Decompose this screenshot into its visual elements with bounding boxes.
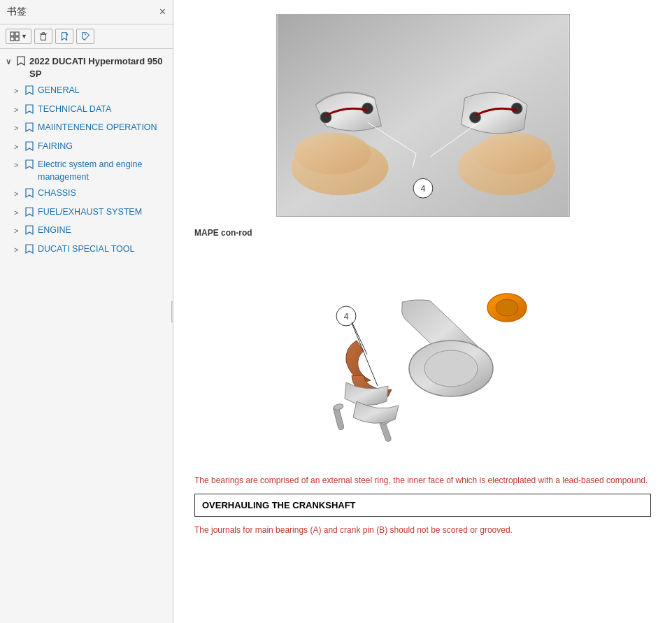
sidebar-item-chassis[interactable]: > CHASSIS [0, 185, 173, 204]
maintenance-chevron-icon: > [14, 123, 22, 134]
sidebar-item-engine-label: ENGINE [38, 224, 169, 237]
expand-icon [10, 31, 20, 41]
fuel-bookmark-icon [25, 207, 35, 221]
bookmark-tag-button[interactable] [76, 29, 94, 44]
svg-rect-1 [15, 32, 19, 36]
svg-point-31 [333, 403, 344, 410]
svg-rect-0 [10, 32, 14, 36]
warning-text-2: The journals for main bearings (A) and c… [194, 524, 651, 536]
main-content: 4 MAPE con-rod [173, 0, 672, 623]
sidebar-title: 书签 [7, 6, 27, 18]
conrod-exploded-diagram: 4 [276, 246, 570, 463]
sidebar-item-maintenance-label: MAIINTENENCE OPERATION [38, 122, 169, 134]
maintenance-bookmark-icon [25, 122, 35, 136]
engine-chevron-icon: > [14, 226, 22, 236]
sidebar-item-fuel[interactable]: > FUEL/EXHAUST SYSTEM [0, 204, 173, 223]
sidebar-close-button[interactable]: × [159, 6, 166, 18]
special-tool-chevron-icon: > [14, 245, 22, 255]
svg-point-14 [294, 133, 371, 175]
trash-icon [38, 31, 48, 41]
technical-chevron-icon: > [14, 105, 22, 115]
chassis-chevron-icon: > [14, 189, 22, 199]
fuel-chevron-icon: > [14, 208, 22, 218]
svg-rect-2 [10, 37, 14, 41]
svg-point-18 [475, 133, 551, 175]
warning-text-1: The bearings are comprised of an externa… [194, 474, 651, 487]
sidebar-item-fairing-label: FAIRING [38, 141, 169, 153]
svg-rect-4 [41, 34, 45, 40]
bookmark-add-icon [59, 31, 69, 41]
svg-text:4: 4 [420, 184, 425, 194]
add-bookmark-button[interactable] [55, 29, 73, 44]
svg-text:4: 4 [343, 312, 348, 322]
sidebar-item-general-label: GENERAL [38, 85, 169, 97]
svg-point-27 [424, 350, 478, 387]
svg-point-11 [85, 34, 86, 36]
sidebar-item-technical-data[interactable]: > TECHNICAL DATA [0, 101, 173, 120]
sidebar-item-technical-label: TECHNICAL DATA [38, 103, 169, 116]
expand-chevron: ▼ [21, 33, 27, 40]
fairing-chevron-icon: > [14, 142, 22, 152]
bookmark-tag-icon [80, 31, 90, 41]
conrod-hands-photo: 4 [276, 14, 570, 217]
special-tool-bookmark-icon [25, 244, 35, 258]
sidebar-tree: ∨ 2022 DUCATI Hypermotard 950 SP > GENER… [0, 49, 173, 623]
sidebar-item-electric[interactable]: > Electric system and engine management [0, 157, 173, 185]
svg-rect-3 [15, 37, 19, 41]
sidebar-item-general[interactable]: > GENERAL [0, 83, 173, 101]
sidebar-header: 书签 × [0, 0, 173, 24]
svg-point-16 [362, 103, 373, 114]
sidebar-item-fuel-label: FUEL/EXHAUST SYSTEM [38, 206, 169, 219]
sidebar-item-chassis-label: CHASSIS [38, 187, 169, 200]
expand-all-button[interactable]: ▼ [6, 29, 31, 44]
fairing-bookmark-icon [25, 141, 35, 155]
conrod-photo-container: 4 [194, 14, 651, 217]
conrod-diagram-container: 4 [194, 246, 651, 463]
general-bookmark-icon [25, 85, 35, 99]
sidebar-item-special-tool[interactable]: > DUCATI SPECIAL TOOL [0, 241, 173, 260]
sidebar-item-fairing[interactable]: > FAIRING [0, 138, 173, 157]
root-bookmark-icon [17, 56, 27, 69]
conrod-caption: MAPE con-rod [194, 228, 651, 238]
electric-chevron-icon: > [14, 160, 22, 171]
svg-point-29 [496, 299, 518, 316]
engine-bookmark-icon [25, 225, 35, 239]
sidebar-item-engine[interactable]: > ENGINE [0, 222, 173, 241]
svg-point-20 [511, 103, 522, 114]
electric-bookmark-icon [25, 159, 35, 173]
sidebar-item-electric-label: Electric system and engine management [38, 159, 169, 183]
section-title-text: OVERHAULING THE CRANKSHAFT [202, 500, 356, 510]
sidebar-toolbar: ▼ [0, 24, 173, 49]
tree-root-item[interactable]: ∨ 2022 DUCATI Hypermotard 950 SP [0, 53, 173, 83]
sidebar: 书签 × ▼ [0, 0, 173, 623]
root-chevron-icon: ∨ [6, 57, 14, 67]
sidebar-item-special-tool-label: DUCATI SPECIAL TOOL [38, 243, 169, 256]
section-title-box: OVERHAULING THE CRANKSHAFT [194, 494, 651, 517]
general-chevron-icon: > [14, 86, 22, 96]
delete-bookmark-button[interactable] [34, 29, 52, 44]
sidebar-item-maintenance[interactable]: > MAIINTENENCE OPERATION [0, 120, 173, 138]
technical-bookmark-icon [25, 104, 35, 118]
chassis-bookmark-icon [25, 188, 35, 202]
tree-root-label: 2022 DUCATI Hypermotard 950 SP [29, 55, 169, 80]
